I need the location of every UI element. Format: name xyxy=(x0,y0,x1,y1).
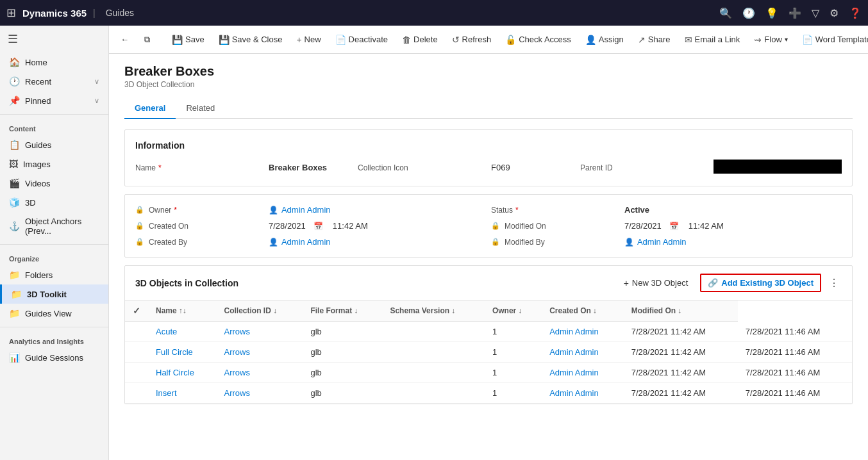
refresh-button[interactable]: ↺ Refresh xyxy=(446,31,498,48)
sidebar-item-3d[interactable]: 🧊 3D xyxy=(0,193,108,212)
share-button[interactable]: ↗ Share xyxy=(631,31,677,48)
modified-by-value[interactable]: 👤 Admin Admin xyxy=(624,237,842,247)
settings-icon[interactable]: ⚙ xyxy=(830,7,839,19)
sidebar-item-images[interactable]: 🖼 Images xyxy=(0,154,108,174)
col-modified-on-header[interactable]: Modified On ↓ xyxy=(624,300,738,322)
modified-by-person-icon: 👤 xyxy=(624,238,634,247)
information-section: Information Name * Breaker Boxes Collect… xyxy=(124,129,853,186)
row-modified-on-0: 7/28/2021 11:46 AM xyxy=(738,322,852,342)
back-button[interactable]: ← xyxy=(114,31,135,47)
row-collection-id-3[interactable]: Arrows xyxy=(217,383,303,404)
col-collection-id-header[interactable]: Collection ID ↓ xyxy=(217,300,303,322)
row-owner-num-1: 1 xyxy=(485,342,542,363)
sidebar-item-pinned[interactable]: 📌 Pinned ∨ xyxy=(0,91,108,110)
sidebar-item-videos[interactable]: 🎬 Videos xyxy=(0,174,108,193)
sidebar-toggle[interactable]: ☰ xyxy=(0,26,108,53)
flow-button[interactable]: ⇝ Flow ▾ xyxy=(747,31,794,48)
page-subtitle: 3D Object Collection xyxy=(124,80,853,89)
delete-button[interactable]: 🗑 Delete xyxy=(396,31,444,48)
information-grid: Name * Breaker Boxes Collection Icon F06… xyxy=(135,160,842,176)
save-close-button[interactable]: 💾 Save & Close xyxy=(212,31,289,48)
row-created-on-1: 7/28/2021 11:42 AM xyxy=(624,342,738,363)
created-on-label: 🔒 Created On xyxy=(135,222,263,231)
row-modified-on-3: 7/28/2021 11:46 AM xyxy=(738,383,852,404)
sidebar-item-guides-view[interactable]: 📁 Guides View xyxy=(0,304,108,323)
col-owner-header[interactable]: Owner ↓ xyxy=(485,300,542,322)
col-file-format-header[interactable]: File Format ↓ xyxy=(303,300,382,322)
row-check-0[interactable] xyxy=(125,322,148,342)
row-owner-1[interactable]: Admin Admin xyxy=(542,342,624,363)
sidebar-item-guide-sessions[interactable]: 📊 Guide Sessions xyxy=(0,348,108,367)
sidebar-item-home[interactable]: 🏠 Home xyxy=(0,53,108,72)
share-icon: ↗ xyxy=(638,35,646,45)
row-collection-id-1[interactable]: Arrows xyxy=(217,342,303,363)
owner-value[interactable]: 👤 Admin Admin xyxy=(269,205,486,215)
row-created-on-2: 7/28/2021 11:42 AM xyxy=(624,363,738,383)
email-link-button[interactable]: ✉ Email a Link xyxy=(678,31,747,48)
col-schema-version-header[interactable]: Schema Version ↓ xyxy=(382,300,485,322)
refresh-label: Refresh xyxy=(462,35,492,44)
toolkit-label: 3D Toolkit xyxy=(27,290,67,299)
modified-on-cal-icon[interactable]: 📅 xyxy=(669,222,679,231)
new-3d-icon: + xyxy=(624,278,629,288)
filter-icon[interactable]: ▽ xyxy=(812,7,819,19)
tab-related[interactable]: Related xyxy=(176,98,225,119)
search-icon[interactable]: 🔍 xyxy=(719,7,732,19)
lightbulb-icon[interactable]: 💡 xyxy=(765,7,778,19)
row-name-1[interactable]: Full Circle xyxy=(148,342,217,363)
images-icon: 🖼 xyxy=(9,159,18,169)
row-name-3[interactable]: Insert xyxy=(148,383,217,404)
check-access-button[interactable]: 🔓 Check Access xyxy=(499,31,578,48)
sidebar-home-label: Home xyxy=(25,58,47,67)
word-templates-button[interactable]: 📄 Word Templates ▾ xyxy=(796,31,868,48)
modified-on-label: 🔒 Modified On xyxy=(491,222,619,231)
assign-button[interactable]: 👤 Assign xyxy=(579,31,630,48)
row-owner-num-3: 1 xyxy=(485,383,542,404)
row-check-1[interactable] xyxy=(125,342,148,363)
new-3d-object-button[interactable]: + New 3D Object xyxy=(617,274,696,292)
col-created-on-header[interactable]: Created On ↓ xyxy=(542,300,624,322)
sidebar-item-recent[interactable]: 🕐 Recent ∨ xyxy=(0,72,108,91)
objects-more-icon[interactable]: ⋮ xyxy=(826,275,842,290)
sidebar-item-3d-toolkit[interactable]: 📁 3D Toolkit xyxy=(0,284,108,304)
row-owner-0[interactable]: Admin Admin xyxy=(542,322,624,342)
copy-button[interactable]: ⧉ xyxy=(138,31,156,48)
collection-id-col-label: Collection ID xyxy=(224,306,271,315)
pinned-chevron-icon: ∨ xyxy=(94,97,99,105)
row-collection-id-0[interactable]: Arrows xyxy=(217,322,303,342)
check-all-icon[interactable]: ✓ xyxy=(133,306,140,316)
status-required-indicator: * xyxy=(515,206,519,215)
recent-icon[interactable]: 🕐 xyxy=(742,7,755,19)
deactivate-button[interactable]: 📄 Deactivate xyxy=(329,31,394,48)
add-existing-3d-button[interactable]: 🔗 Add Existing 3D Object xyxy=(700,274,821,292)
row-name-0[interactable]: Acute xyxy=(148,322,217,342)
save-button[interactable]: 💾 Save xyxy=(165,31,211,48)
created-by-value[interactable]: 👤 Admin Admin xyxy=(269,237,486,247)
sidebar-item-guides[interactable]: 📋 Guides xyxy=(0,135,108,154)
sidebar-item-folders[interactable]: 📁 Folders xyxy=(0,265,108,284)
objects-actions: + New 3D Object 🔗 Add Existing 3D Object… xyxy=(617,274,842,292)
metadata-section: 🔒 Owner * 👤 Admin Admin Status * Active xyxy=(124,194,853,258)
row-owner-2[interactable]: Admin Admin xyxy=(542,363,624,383)
app-layout: ☰ 🏠 Home 🕐 Recent ∨ 📌 Pinned ∨ Content 📋… xyxy=(0,26,868,460)
guides-view-label: Guides View xyxy=(25,309,72,318)
modified-by-lock-icon: 🔒 xyxy=(491,238,500,246)
row-collection-id-2[interactable]: Arrows xyxy=(217,363,303,383)
metadata-grid: 🔒 Owner * 👤 Admin Admin Status * Active xyxy=(135,205,842,247)
deactivate-icon: 📄 xyxy=(335,35,346,45)
col-name-header[interactable]: Name ↑↓ xyxy=(148,300,217,322)
row-check-2[interactable] xyxy=(125,363,148,383)
help-icon[interactable]: ❓ xyxy=(849,7,862,19)
new-button[interactable]: + New xyxy=(290,31,327,48)
plus-icon[interactable]: ➕ xyxy=(789,7,801,19)
row-check-3[interactable] xyxy=(125,383,148,404)
grid-menu-button[interactable]: ⊞ xyxy=(6,6,16,20)
created-on-cal-icon[interactable]: 📅 xyxy=(313,222,323,231)
row-owner-3[interactable]: Admin Admin xyxy=(542,383,624,404)
tab-general[interactable]: General xyxy=(124,98,176,119)
created-on-date: 7/28/2021 xyxy=(269,221,306,231)
sidebar-item-object-anchors[interactable]: ⚓ Object Anchors (Prev... xyxy=(0,212,108,240)
sessions-icon: 📊 xyxy=(9,352,20,363)
row-file-format-0: glb xyxy=(303,322,382,342)
row-name-2[interactable]: Half Circle xyxy=(148,363,217,383)
